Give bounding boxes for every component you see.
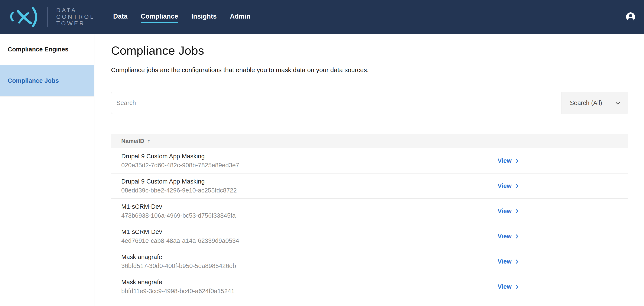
job-action-cell: View [498,258,628,265]
nav-item[interactable]: Data [113,11,128,23]
view-link[interactable]: View [498,233,520,240]
job-name-cell: M1-sCRM-Dev 4ed7691e-cab8-48aa-a14a-6233… [111,228,498,244]
table-row: M1-sCRM-Dev 473b6938-106a-4969-bc53-d756… [111,199,628,224]
job-name: Mask anagrafe [121,279,498,286]
table-row: M1-sCRM-Dev 4ed7691e-cab8-48aa-a14a-6233… [111,224,628,249]
job-id: 020e35d2-7d60-482c-908b-7825e89ed3e7 [121,162,498,169]
job-action-cell: View [498,233,628,240]
job-name: M1-sCRM-Dev [121,228,498,235]
job-name-cell: Drupal 9 Custom App Masking 020e35d2-7d6… [111,153,498,169]
table-row: Mask anagrafe bbfd11e9-3cc9-4998-bc40-a6… [111,274,628,299]
column-header-name-id[interactable]: Name/ID ↑ [111,134,628,148]
main-content: Compliance Jobs Compliance jobs are the … [94,34,644,306]
chevron-right-icon [514,259,520,264]
job-name-cell: Mask anagrafe 36bfd517-30d0-400f-b950-5e… [111,253,498,269]
search-bar: Search (All) [111,92,628,114]
job-id: 08edd39c-bbe2-4296-9e10-ac255fdc8722 [121,187,498,194]
table-row: Drupal 9 Custom App Masking 08edd39c-bbe… [111,174,628,199]
job-action-cell: View [498,208,628,215]
view-link[interactable]: View [498,208,520,215]
view-link[interactable]: View [498,157,520,164]
nav-item[interactable]: Insights [191,11,217,23]
job-id: 473b6938-106a-4969-bc53-d756f33845fa [121,212,498,219]
view-link[interactable]: View [498,183,520,190]
view-link[interactable]: View [498,258,520,265]
job-name: Drupal 9 Custom App Masking [121,178,498,185]
chevron-right-icon [514,158,520,164]
nav-item[interactable]: Admin [230,11,250,23]
job-name: Mask anagrafe [121,253,498,260]
brand-logo[interactable]: DATACONTROLTOWER [6,6,95,28]
chevron-right-icon [514,209,520,214]
nav-item[interactable]: Compliance [141,11,178,23]
sort-ascending-icon: ↑ [147,138,150,145]
job-name-cell: M1-sCRM-Dev 473b6938-106a-4969-bc53-d756… [111,203,498,219]
search-filter-dropdown[interactable]: Search (All) [562,92,628,114]
job-name: Drupal 9 Custom App Masking [121,153,498,160]
job-action-cell: View [498,157,628,164]
job-name: M1-sCRM-Dev [121,203,498,210]
table-body: Drupal 9 Custom App Masking 020e35d2-7d6… [111,148,628,299]
sidebar-item[interactable]: Compliance Engines [0,34,94,65]
logo-divider [47,7,48,27]
job-id: 4ed7691e-cab8-48aa-a14a-62339d9a0534 [121,237,498,244]
delphix-x-mark-icon [6,6,38,28]
job-action-cell: View [498,183,628,190]
search-filter-label: Search (All) [570,99,602,106]
logo-wordmark: DATACONTROLTOWER [56,7,95,27]
page-description: Compliance jobs are the configurations t… [111,66,628,74]
page-title: Compliance Jobs [111,44,628,57]
job-name-cell: Mask anagrafe bbfd11e9-3cc9-4998-bc40-a6… [111,279,498,295]
top-navbar: DATACONTROLTOWER Data Compliance Insight… [0,0,644,34]
table-row: Drupal 9 Custom App Masking 020e35d2-7d6… [111,148,628,174]
chevron-right-icon [514,234,520,239]
sidebar-item[interactable]: Compliance Jobs [0,65,94,96]
job-id: 36bfd517-30d0-400f-b950-5ea8985426eb [121,262,498,269]
search-input[interactable] [111,92,562,114]
sidebar: Compliance Engines Compliance Jobs [0,34,94,306]
user-account-icon[interactable] [626,12,636,22]
chevron-right-icon [514,284,520,289]
chevron-right-icon [514,183,520,189]
job-action-cell: View [498,283,628,290]
compliance-jobs-table: Name/ID ↑ Drupal 9 Custom App Masking 02… [111,134,628,299]
job-name-cell: Drupal 9 Custom App Masking 08edd39c-bbe… [111,178,498,194]
table-row: Mask anagrafe 36bfd517-30d0-400f-b950-5e… [111,249,628,274]
job-id: bbfd11e9-3cc9-4998-bc40-a624f0a15241 [121,288,498,295]
chevron-down-icon [614,100,621,106]
primary-nav: Data Compliance Insights Admin [113,11,250,23]
view-link[interactable]: View [498,283,520,290]
